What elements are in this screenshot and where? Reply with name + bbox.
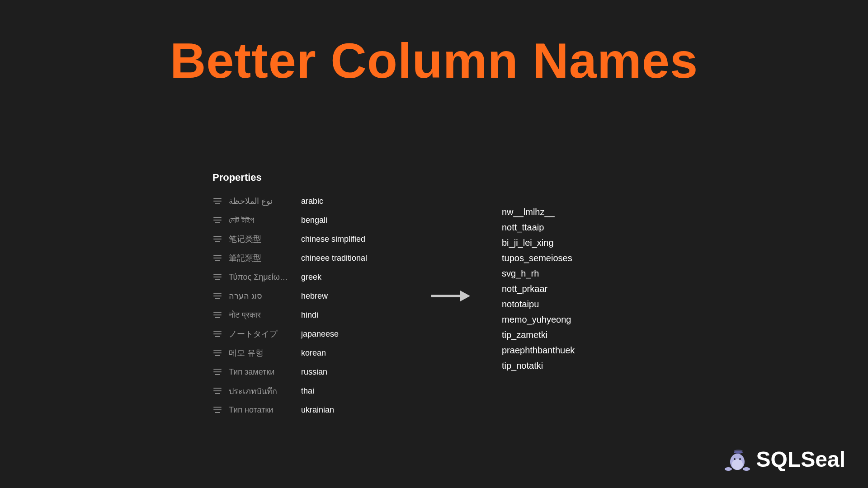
- svg-point-5: [732, 459, 743, 470]
- output-line: nw__lmlhz__: [502, 204, 575, 220]
- property-row: نوع الملاحظةarabic: [212, 192, 398, 211]
- text-property-icon: [212, 329, 222, 339]
- output-line: memo_yuhyeong: [502, 312, 575, 327]
- output-line: bi_ji_lei_xing: [502, 235, 575, 250]
- property-row: סוג הערהhebrew: [212, 286, 398, 305]
- property-key: 메모 유형: [229, 347, 297, 358]
- property-row: Τύπος Σημείω…greek: [212, 267, 398, 286]
- text-property-icon: [212, 386, 222, 396]
- output-list: nw__lmlhz__nott_ttaaipbi_ji_lei_xingtupo…: [502, 204, 575, 373]
- text-property-icon: [212, 215, 222, 225]
- text-property-icon: [212, 348, 222, 358]
- property-key: ノートタイプ: [229, 328, 297, 339]
- text-property-icon: [212, 196, 222, 206]
- property-value: ukrainian: [301, 405, 334, 415]
- property-key: ประเภทบันทึก: [229, 385, 297, 398]
- arrow-icon: [429, 289, 470, 305]
- property-value: greek: [301, 272, 321, 282]
- property-value: arabic: [301, 197, 323, 206]
- output-line: nott_prkaar: [502, 281, 575, 296]
- output-line: tip_zametki: [502, 327, 575, 343]
- output-line: tupos_semeioses: [502, 250, 575, 266]
- property-row: ประเภทบันทึกthai: [212, 381, 398, 400]
- svg-point-9: [743, 467, 750, 471]
- property-key: Τύπος Σημείω…: [229, 272, 297, 282]
- property-value: hindi: [301, 310, 318, 320]
- property-row: নোট টাইপbengali: [212, 211, 398, 230]
- property-row: 笔记类型chinese simplified: [212, 230, 398, 249]
- property-key: নোট টাইপ: [229, 216, 297, 225]
- property-value: japaneese: [301, 329, 339, 339]
- properties-panel: Properties نوع الملاحظةarabicনোট টাইপben…: [212, 172, 398, 419]
- property-value: korean: [301, 348, 326, 358]
- property-key: 笔记类型: [229, 234, 297, 244]
- property-value: thai: [301, 386, 314, 396]
- properties-list: نوع الملاحظةarabicনোট টাইপbengali笔记类型chi…: [212, 192, 398, 419]
- property-row: नोट प्रकारhindi: [212, 305, 398, 324]
- property-value: chinese simplified: [301, 235, 365, 244]
- output-line: svg_h_rh: [502, 266, 575, 281]
- property-value: bengali: [301, 216, 327, 225]
- output-line: nototaipu: [502, 296, 575, 312]
- text-property-icon: [212, 367, 222, 377]
- property-key: Тип заметки: [229, 367, 297, 377]
- output-line: praephthbanthuek: [502, 343, 575, 358]
- property-key: סוג הערה: [229, 291, 297, 301]
- text-property-icon: [212, 310, 222, 320]
- svg-marker-1: [460, 291, 470, 301]
- svg-point-7: [739, 458, 741, 460]
- property-key: 筆記類型: [229, 253, 297, 263]
- property-row: 메모 유형korean: [212, 343, 398, 362]
- text-property-icon: [212, 253, 222, 263]
- output-line: nott_ttaaip: [502, 220, 575, 235]
- text-property-icon: [212, 234, 222, 244]
- seal-icon: [725, 446, 750, 472]
- property-value: hebrew: [301, 291, 328, 301]
- svg-point-3: [734, 451, 743, 454]
- text-property-icon: [212, 405, 222, 415]
- property-key: Тип нотатки: [229, 405, 297, 415]
- main-content: Properties نوع الملاحظةarabicনোট টাইপben…: [212, 172, 656, 419]
- brand-name: SQLSeal: [756, 447, 845, 472]
- output-line: tip_notatki: [502, 358, 575, 373]
- svg-point-6: [734, 458, 736, 460]
- properties-header: Properties: [212, 172, 398, 183]
- text-property-icon: [212, 291, 222, 301]
- text-property-icon: [212, 272, 222, 282]
- property-row: Тип нотаткиukrainian: [212, 400, 398, 419]
- property-row: 筆記類型chineee traditional: [212, 249, 398, 267]
- property-row: Тип заметкиrussian: [212, 362, 398, 381]
- property-key: नोट प्रकार: [229, 310, 297, 320]
- property-row: ノートタイプjapaneese: [212, 324, 398, 343]
- property-value: chineee traditional: [301, 253, 367, 263]
- property-value: russian: [301, 367, 327, 377]
- page-title: Better Column Names: [0, 32, 868, 89]
- svg-point-8: [725, 467, 732, 471]
- brand-logo: SQLSeal: [725, 446, 845, 472]
- property-key: نوع الملاحظة: [229, 196, 297, 206]
